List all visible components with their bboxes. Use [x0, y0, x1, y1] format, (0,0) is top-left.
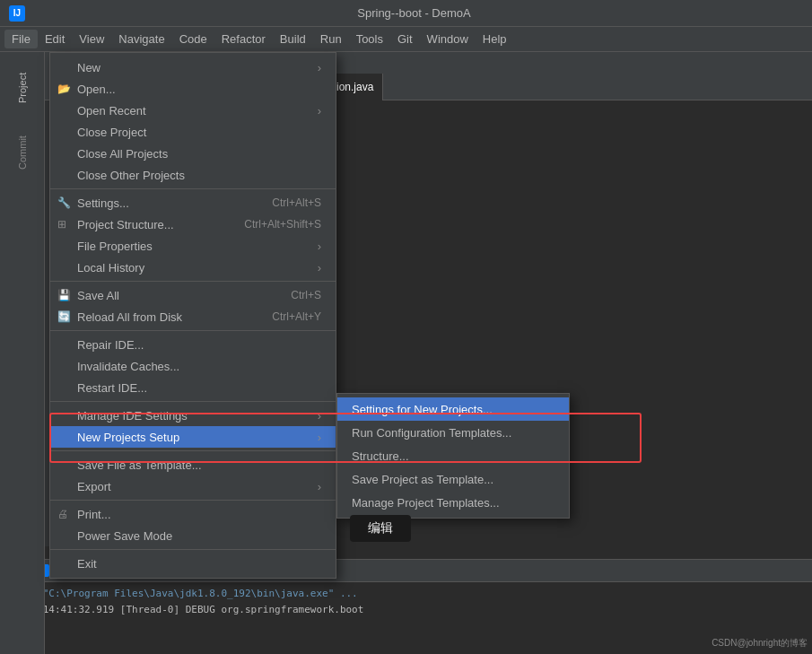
menu-item-reload[interactable]: 🔄 Reload All from Disk Ctrl+Alt+Y — [50, 306, 336, 327]
menu-item-local-history[interactable]: Local History › — [50, 257, 336, 278]
menu-refactor[interactable]: Refactor — [214, 30, 273, 48]
save-all-label: Save All — [77, 289, 119, 302]
menu-item-save-template[interactable]: Save File as Template... — [50, 454, 336, 475]
sidebar-item-project[interactable]: Project — [4, 57, 40, 119]
structure-label: Structure... — [352, 449, 409, 463]
menu-help[interactable]: Help — [476, 30, 514, 48]
power-save-label: Power Save Mode — [77, 529, 172, 543]
save-project-template-label: Save Project as Template... — [352, 473, 493, 486]
menu-file[interactable]: File — [4, 30, 38, 48]
wrench-icon: 🔧 — [57, 196, 71, 209]
submenu-manage-templates[interactable]: Manage Project Templates... — [337, 491, 569, 514]
menu-item-invalidate[interactable]: Invalidate Caches... — [50, 355, 336, 377]
save-template-label: Save File as Template... — [77, 458, 202, 472]
menu-view[interactable]: View — [72, 30, 111, 48]
project-structure-label: Project Structure... — [77, 218, 174, 231]
close-all-label: Close All Projects — [77, 147, 168, 161]
watermark: CSDN@johnright的博客 — [712, 637, 808, 650]
tooltip-text: 编辑 — [368, 520, 393, 535]
menu-code[interactable]: Code — [172, 30, 214, 48]
new-projects-setup-label: New Projects Setup — [77, 431, 179, 444]
menu-item-manage-ide[interactable]: Manage IDE Settings › — [50, 405, 336, 426]
menu-item-file-properties[interactable]: File Properties › — [50, 235, 336, 257]
local-history-label: Local History — [77, 261, 144, 275]
new-label: New — [77, 61, 100, 74]
new-projects-submenu: Settings for New Projects... Run Configu… — [336, 393, 570, 519]
menu-item-project-structure[interactable]: ⊞ Project Structure... Ctrl+Alt+Shift+S — [50, 214, 336, 235]
menu-bar: File Edit View Navigate Code Refactor Bu… — [0, 27, 812, 52]
manage-ide-label: Manage IDE Settings — [77, 409, 188, 423]
exit-label: Exit — [77, 557, 97, 571]
settings-shortcut: Ctrl+Alt+S — [272, 196, 321, 209]
manage-ide-arrow: › — [318, 409, 321, 423]
menu-run[interactable]: Run — [313, 30, 349, 48]
tooltip-bubble: 编辑 — [350, 515, 411, 542]
submenu-structure[interactable]: Structure... — [337, 444, 569, 467]
menu-navigate[interactable]: Navigate — [111, 30, 171, 48]
menu-item-close-others[interactable]: Close Other Projects — [50, 164, 336, 186]
project-structure-shortcut: Ctrl+Alt+Shift+S — [244, 218, 321, 231]
repair-ide-label: Repair IDE... — [77, 338, 144, 352]
submenu-run-config[interactable]: Run Configuration Templates... — [337, 421, 569, 444]
menu-item-settings[interactable]: 🔧 Settings... Ctrl+Alt+S — [50, 192, 336, 214]
open-recent-arrow: › — [318, 104, 321, 118]
save-icon: 💾 — [57, 289, 71, 301]
menu-edit[interactable]: Edit — [38, 30, 72, 48]
menu-tools[interactable]: Tools — [349, 30, 390, 48]
menu-git[interactable]: Git — [390, 30, 420, 48]
open-recent-label: Open Recent — [77, 104, 146, 118]
console-path-1: "C:\Program Files\Java\jdk1.8.0_192\bin\… — [43, 588, 358, 599]
console-line-2: ⚙ ↓ 14:41:32.919 [Thread-0] DEBUG org.sp… — [7, 602, 805, 618]
left-sidebar: Project Commit — [0, 52, 45, 654]
menu-item-close-all[interactable]: Close All Projects — [50, 143, 336, 164]
menu-item-export[interactable]: Export › — [50, 475, 336, 497]
reload-icon: 🔄 — [57, 310, 71, 323]
submenu-settings-new[interactable]: Settings for New Projects... — [337, 397, 569, 421]
settings-label: Settings... — [77, 196, 129, 210]
menu-item-save-all[interactable]: 💾 Save All Ctrl+S — [50, 284, 336, 306]
menu-item-open-recent[interactable]: Open Recent › — [50, 100, 336, 121]
sidebar-item-commit[interactable]: Commit — [4, 121, 40, 184]
new-projects-setup-arrow: › — [318, 431, 321, 444]
reload-label: Reload All from Disk — [77, 310, 182, 324]
menu-item-restart[interactable]: Restart IDE... — [50, 377, 336, 398]
manage-templates-label: Manage Project Templates... — [352, 496, 500, 510]
menu-item-new-projects-setup[interactable]: New Projects Setup › — [50, 426, 336, 448]
intellij-icon: IJ — [9, 5, 25, 22]
menu-build[interactable]: Build — [273, 30, 313, 48]
submenu-save-project-template[interactable]: Save Project as Template... — [337, 467, 569, 491]
menu-item-repair-ide[interactable]: Repair IDE... — [50, 334, 336, 355]
save-all-shortcut: Ctrl+S — [291, 289, 321, 301]
restart-label: Restart IDE... — [77, 381, 147, 395]
console-text-2: 14:41:32.919 [Thread-0] DEBUG org.spring… — [43, 604, 364, 615]
menu-item-close-project[interactable]: Close Project — [50, 121, 336, 143]
new-arrow-icon: › — [318, 61, 321, 74]
export-label: Export — [77, 480, 111, 493]
menu-window[interactable]: Window — [420, 30, 476, 48]
folder-open-icon: 📂 — [57, 83, 71, 95]
local-history-arrow: › — [318, 261, 321, 275]
open-label: Open... — [77, 83, 116, 96]
title-bar: IJ Spring--boot - DemoA — [0, 0, 812, 27]
title-bar-text: Spring--boot - DemoA — [357, 6, 470, 20]
console-area: ↺ ↑ "C:\Program Files\Java\jdk1.8.0_192\… — [0, 582, 812, 654]
file-menu-dropdown: New › 📂 Open... Open Recent › Close Proj… — [49, 52, 336, 579]
menu-item-open[interactable]: 📂 Open... — [50, 78, 336, 100]
menu-item-print[interactable]: 🖨 Print... — [50, 503, 336, 525]
run-config-label: Run Configuration Templates... — [352, 426, 511, 440]
structure-icon: ⊞ — [57, 218, 66, 231]
print-label: Print... — [77, 508, 111, 521]
menu-item-power-save[interactable]: Power Save Mode — [50, 525, 336, 546]
invalidate-label: Invalidate Caches... — [77, 360, 179, 373]
close-project-label: Close Project — [77, 126, 146, 139]
file-properties-label: File Properties — [77, 240, 153, 253]
settings-new-label: Settings for New Projects... — [352, 403, 493, 416]
menu-item-exit[interactable]: Exit — [50, 553, 336, 574]
reload-shortcut: Ctrl+Alt+Y — [272, 310, 321, 323]
print-icon: 🖨 — [57, 508, 68, 520]
export-arrow: › — [318, 480, 321, 493]
close-others-label: Close Other Projects — [77, 169, 185, 182]
console-line-1: ↺ ↑ "C:\Program Files\Java\jdk1.8.0_192\… — [7, 586, 805, 602]
menu-item-new[interactable]: New › — [50, 57, 336, 78]
file-properties-arrow: › — [318, 240, 321, 253]
